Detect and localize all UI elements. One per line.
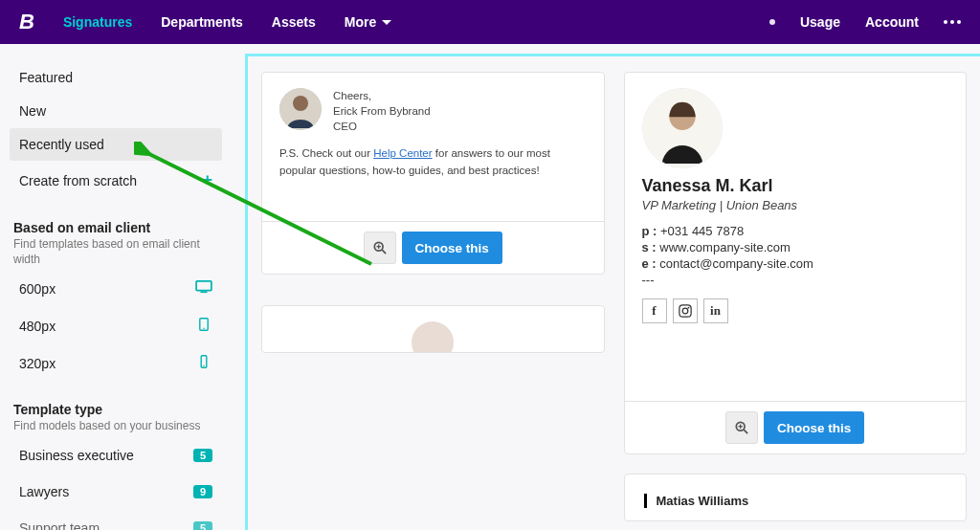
greeting-text: Cheers, <box>333 88 431 103</box>
nav-assets[interactable]: Assets <box>272 14 316 30</box>
content-area: Cheers, Erick From Bybrand CEO P.S. Chec… <box>235 44 980 530</box>
sidebar-tt-1-label: Lawyers <box>19 484 69 499</box>
linkedin-icon[interactable]: in <box>703 298 728 323</box>
count-badge: 9 <box>193 485 212 498</box>
svg-rect-1 <box>201 292 208 294</box>
svg-rect-14 <box>679 305 690 317</box>
sidebar-tt-0-label: Business executive <box>19 448 134 463</box>
email-line: e : contact@company-site.com <box>642 256 949 271</box>
sidebar-sub-template-type: Find models based on your business <box>10 417 222 436</box>
sidebar-sub-email-client: Find templates based on email client wid… <box>10 235 222 269</box>
sidebar-item-create[interactable]: Create from scratch + <box>10 162 222 199</box>
sidebar-item-featured[interactable]: Featured <box>10 61 222 94</box>
signature-preview: Vanessa M. Karl VP Marketing | Union Bea… <box>625 73 967 401</box>
chevron-down-icon <box>382 20 391 25</box>
sidebar-item-business-executive[interactable]: Business executive 5 <box>10 438 222 473</box>
nav-account[interactable]: Account <box>865 14 919 30</box>
svg-point-16 <box>687 307 689 309</box>
sender-role: CEO <box>333 119 431 134</box>
template-card: Vanessa M. Karl VP Marketing | Union Bea… <box>624 72 968 454</box>
svg-point-15 <box>682 308 688 314</box>
sidebar-item-600px[interactable]: 600px <box>10 271 222 306</box>
signature-title: VP Marketing | Union Beans <box>642 198 949 212</box>
sidebar-480-label: 480px <box>19 319 56 334</box>
logo: B <box>19 10 34 34</box>
top-nav: B Signatures Departments Assets More Usa… <box>0 0 980 44</box>
nav-usage[interactable]: Usage <box>800 14 840 30</box>
plus-icon: + <box>202 170 212 190</box>
nav-departments[interactable]: Departments <box>161 14 243 30</box>
phone-line: p : +031 445 7878 <box>642 224 949 238</box>
instagram-icon[interactable] <box>673 298 698 323</box>
sidebar-item-new[interactable]: New <box>10 95 222 127</box>
count-badge: 5 <box>193 521 212 530</box>
magnifier-icon <box>373 241 387 254</box>
sidebar-header-template-type: Template type <box>10 402 222 417</box>
divider-text: --- <box>642 273 949 287</box>
sidebar-item-support-team[interactable]: Support team 5 <box>10 511 222 530</box>
card-footer: Choose this <box>625 401 967 453</box>
avatar <box>279 88 322 130</box>
magnifier-icon <box>735 421 748 434</box>
nav-signatures[interactable]: Signatures <box>63 14 132 30</box>
nav-more-label: More <box>345 14 376 30</box>
tablet-icon <box>195 318 212 334</box>
svg-point-3 <box>203 328 204 329</box>
zoom-button[interactable] <box>364 232 396 264</box>
template-card: Matias Williams <box>624 474 968 521</box>
status-dot-icon <box>769 19 775 25</box>
sidebar-600-label: 600px <box>19 281 56 297</box>
choose-button[interactable]: Choose this <box>764 411 864 444</box>
ps-text: P.S. Check out our Help Center for answe… <box>279 145 587 179</box>
help-center-link[interactable]: Help Center <box>373 147 432 159</box>
desktop-icon <box>195 280 212 297</box>
sender-name: Erick From Bybrand <box>333 103 431 119</box>
svg-point-7 <box>293 96 308 111</box>
svg-rect-0 <box>196 281 212 291</box>
template-card: Cheers, Erick From Bybrand CEO P.S. Chec… <box>261 72 605 275</box>
svg-point-5 <box>203 365 204 366</box>
signature-preview: Cheers, Erick From Bybrand CEO P.S. Chec… <box>262 73 604 221</box>
facebook-icon[interactable]: f <box>642 298 667 323</box>
sidebar-item-480px[interactable]: 480px <box>10 308 222 343</box>
signature-name: Vanessa M. Karl <box>642 176 949 196</box>
choose-button[interactable]: Choose this <box>402 232 502 264</box>
svg-line-18 <box>744 430 747 433</box>
nav-more[interactable]: More <box>345 14 391 30</box>
sidebar-tt-2-label: Support team <box>19 520 100 530</box>
count-badge: 5 <box>193 449 212 462</box>
sidebar-320-label: 320px <box>19 356 56 371</box>
card-footer: Choose this <box>262 221 604 274</box>
more-menu-icon[interactable] <box>944 20 961 24</box>
sidebar-header-email-client: Based on email client <box>10 220 222 235</box>
avatar <box>642 88 723 168</box>
template-card <box>261 305 605 353</box>
sidebar-item-320px[interactable]: 320px <box>10 345 222 381</box>
avatar <box>412 321 454 353</box>
sidebar-item-recently-used[interactable]: Recently used <box>10 128 222 161</box>
svg-line-9 <box>382 250 386 254</box>
sidebar: Featured New Recently used Create from s… <box>0 44 235 530</box>
signature-name: Matias Williams <box>644 494 947 508</box>
sidebar-item-lawyers[interactable]: Lawyers 9 <box>10 475 222 509</box>
zoom-button[interactable] <box>725 411 758 444</box>
site-line: s : www.company-site.com <box>642 240 949 254</box>
social-row: f in <box>642 298 949 323</box>
sidebar-create-label: Create from scratch <box>19 173 137 188</box>
nav-items: Signatures Departments Assets More <box>63 14 391 30</box>
template-gallery: Cheers, Erick From Bybrand CEO P.S. Chec… <box>245 54 980 530</box>
mobile-icon <box>195 355 212 371</box>
nav-right: Usage Account <box>769 14 961 30</box>
